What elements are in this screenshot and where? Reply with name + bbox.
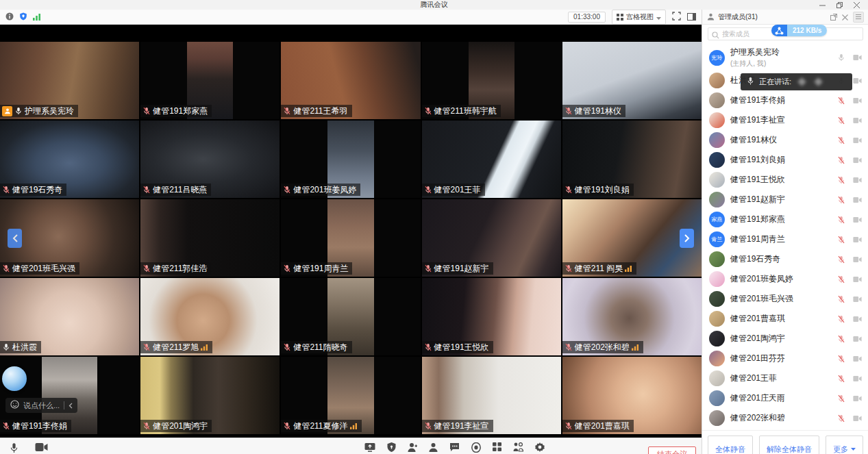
member-row[interactable]: 健管191赵新宇	[702, 190, 868, 210]
member-row[interactable]: 健管201田芬芬	[702, 349, 868, 368]
video-tile[interactable]: 健管211隋晓奇	[281, 278, 420, 355]
mic-on-icon[interactable]	[837, 53, 845, 62]
close-panel-icon[interactable]	[842, 11, 848, 23]
camera-icon[interactable]	[853, 276, 862, 283]
mic-muted-icon[interactable]	[837, 156, 845, 164]
member-row[interactable]: 健管202张和碧	[702, 408, 868, 428]
record-icon[interactable]	[471, 442, 481, 453]
members-icon[interactable]	[429, 442, 438, 453]
collapse-chat-icon[interactable]	[69, 399, 73, 412]
video-tile[interactable]: 健管201曹嘉琪	[562, 357, 702, 434]
emoji-icon[interactable]	[10, 399, 19, 412]
video-tile[interactable]: 健管191周青兰	[281, 199, 420, 277]
microphone-icon[interactable]	[10, 442, 18, 454]
video-tile[interactable]: 杜洪霞	[0, 278, 139, 355]
mic-muted-icon[interactable]	[837, 335, 845, 343]
video-tile[interactable]: 健管202张和碧	[562, 278, 702, 355]
camera-icon[interactable]	[853, 415, 862, 422]
camera-icon[interactable]	[853, 117, 862, 124]
video-tile[interactable]: 健管191刘良娟	[562, 121, 702, 198]
close-button[interactable]	[854, 2, 860, 8]
camera-icon[interactable]	[853, 177, 862, 184]
chat-input-placeholder[interactable]: 说点什么...	[23, 401, 60, 411]
video-tile[interactable]: 健管211郭佳浩	[140, 199, 280, 277]
video-tile[interactable]: 健管191赵新宇	[422, 199, 561, 277]
member-row[interactable]: 健管191王悦欣	[702, 170, 868, 190]
video-tile[interactable]: 护理系吴宪玲	[0, 42, 139, 119]
mic-muted-icon[interactable]	[837, 136, 845, 144]
previous-page-arrow[interactable]	[8, 229, 22, 248]
video-tile[interactable]: 健管211罗旭	[140, 278, 280, 355]
video-tile[interactable]: 健管201陶鸿宇	[140, 357, 280, 434]
mic-muted-icon[interactable]	[837, 414, 845, 423]
security-icon[interactable]	[387, 442, 396, 453]
fullscreen-icon[interactable]	[672, 11, 681, 23]
member-row[interactable]: 健管201陶鸿宇	[702, 329, 868, 349]
mic-muted-icon[interactable]	[837, 255, 845, 264]
minimize-button[interactable]	[819, 2, 826, 8]
mic-muted-icon[interactable]	[837, 236, 845, 244]
camera-icon[interactable]	[35, 442, 48, 452]
pop-out-panel-icon[interactable]	[830, 11, 837, 23]
apps-icon[interactable]	[493, 442, 501, 451]
member-row[interactable]: 青兰健管191周青兰	[702, 229, 868, 249]
camera-icon[interactable]	[853, 316, 862, 323]
camera-icon[interactable]	[853, 137, 862, 144]
camera-icon[interactable]	[853, 54, 862, 61]
unmute-all-button[interactable]: 解除全体静音	[759, 436, 819, 454]
video-tile[interactable]: 健管211班韩宇航	[422, 42, 561, 119]
view-mode-selector[interactable]: 宫格视图	[612, 10, 666, 25]
camera-icon[interactable]	[853, 197, 862, 203]
member-row[interactable]: 健管201班毛兴强	[702, 289, 868, 309]
restore-button[interactable]	[836, 2, 843, 8]
mic-muted-icon[interactable]	[837, 375, 845, 383]
mic-muted-icon[interactable]	[837, 315, 845, 323]
panel-menu-icon[interactable]	[853, 12, 864, 23]
member-row[interactable]: 健管201曹嘉琪	[702, 309, 868, 329]
more-button[interactable]: 更多	[826, 436, 863, 454]
member-row[interactable]: 健管191林仪	[702, 130, 868, 150]
breakout-rooms-icon[interactable]	[513, 442, 523, 452]
quick-chat-bar[interactable]: 说点什么...	[5, 398, 77, 413]
camera-icon[interactable]	[853, 216, 862, 223]
video-tile[interactable]: 健管201王菲	[422, 121, 561, 198]
camera-icon[interactable]	[853, 256, 862, 263]
video-tile[interactable]: 健管211王希羽	[281, 42, 420, 119]
video-tile[interactable]: 健管19石秀奇	[0, 121, 139, 198]
member-row[interactable]: 健管191李佟娟	[702, 90, 868, 110]
mute-all-button[interactable]: 全体静音	[708, 436, 753, 454]
member-row[interactable]: 健管201庄天雨	[702, 388, 868, 408]
camera-icon[interactable]	[853, 97, 862, 104]
camera-icon[interactable]	[853, 157, 862, 164]
camera-icon[interactable]	[853, 375, 862, 382]
mic-muted-icon[interactable]	[837, 295, 845, 303]
end-meeting-button[interactable]: 结束会议	[648, 446, 696, 454]
mic-muted-icon[interactable]	[837, 355, 845, 363]
share-screen-icon[interactable]	[364, 442, 375, 452]
chat-icon[interactable]	[449, 442, 460, 452]
video-tile[interactable]: 健管211吕晓燕	[140, 121, 280, 198]
mic-muted-icon[interactable]	[837, 176, 845, 184]
security-shield-icon[interactable]	[19, 11, 27, 23]
video-tile[interactable]: 健管191李祉宣	[422, 357, 561, 434]
next-page-arrow[interactable]	[680, 229, 694, 248]
video-tile[interactable]: 健管191王悦欣	[422, 278, 561, 355]
side-panel-toggle-icon[interactable]	[687, 11, 696, 23]
camera-icon[interactable]	[853, 336, 862, 342]
video-tile[interactable]: 健管211夏修洋	[281, 357, 420, 434]
camera-icon[interactable]	[853, 395, 862, 402]
video-tile[interactable]: 健管191郑家燕	[140, 42, 280, 119]
video-tile[interactable]: 健管201班姜凤婷	[281, 121, 420, 198]
video-tile[interactable]: 健管191林仪	[562, 42, 702, 119]
camera-icon[interactable]	[853, 77, 862, 84]
member-row[interactable]: 健管201班姜凤婷	[702, 269, 868, 289]
mic-muted-icon[interactable]	[837, 196, 845, 204]
invite-icon[interactable]	[408, 442, 417, 453]
mic-muted-icon[interactable]	[837, 275, 845, 283]
floating-ball[interactable]	[2, 366, 27, 391]
camera-icon[interactable]	[853, 236, 862, 243]
member-row[interactable]: 健管201王菲	[702, 368, 868, 388]
mic-muted-icon[interactable]	[837, 216, 845, 224]
member-row[interactable]: 家燕健管191郑家燕	[702, 210, 868, 229]
network-quality-icon[interactable]	[33, 11, 41, 23]
